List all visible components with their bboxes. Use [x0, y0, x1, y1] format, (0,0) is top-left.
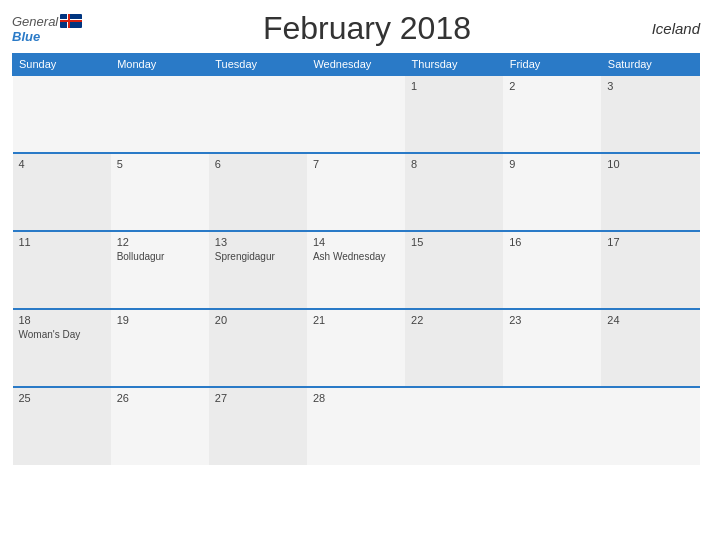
- calendar-cell: 7: [307, 153, 405, 231]
- calendar-week-row: 1112Bolludagur13Sprengidagur14Ash Wednes…: [13, 231, 700, 309]
- calendar-cell: 4: [13, 153, 111, 231]
- logo-flag-icon: [60, 14, 82, 28]
- calendar-cell: 1: [405, 75, 503, 153]
- calendar-table: Sunday Monday Tuesday Wednesday Thursday…: [12, 53, 700, 465]
- day-number: 28: [313, 392, 399, 404]
- calendar-cell: 3: [601, 75, 699, 153]
- calendar-cell: 14Ash Wednesday: [307, 231, 405, 309]
- day-number: 4: [19, 158, 105, 170]
- day-number: 3: [607, 80, 693, 92]
- day-number: 14: [313, 236, 399, 248]
- day-number: 10: [607, 158, 693, 170]
- calendar-cell: 6: [209, 153, 307, 231]
- calendar-cell: 12Bolludagur: [111, 231, 209, 309]
- calendar-header-row: Sunday Monday Tuesday Wednesday Thursday…: [13, 54, 700, 76]
- col-thursday: Thursday: [405, 54, 503, 76]
- day-number: 26: [117, 392, 203, 404]
- calendar-title: February 2018: [82, 10, 651, 47]
- calendar-cell: 20: [209, 309, 307, 387]
- country-label: Iceland: [652, 20, 700, 37]
- day-number: 17: [607, 236, 693, 248]
- day-number: 13: [215, 236, 301, 248]
- calendar-week-row: 45678910: [13, 153, 700, 231]
- day-number: 6: [215, 158, 301, 170]
- day-number: 12: [117, 236, 203, 248]
- calendar-cell: 18Woman's Day: [13, 309, 111, 387]
- calendar-cell: 19: [111, 309, 209, 387]
- day-number: 15: [411, 236, 497, 248]
- col-sunday: Sunday: [13, 54, 111, 76]
- calendar-cell: [405, 387, 503, 465]
- calendar-cell: [209, 75, 307, 153]
- calendar-cell: [601, 387, 699, 465]
- calendar-cell: 13Sprengidagur: [209, 231, 307, 309]
- col-tuesday: Tuesday: [209, 54, 307, 76]
- col-wednesday: Wednesday: [307, 54, 405, 76]
- day-number: 27: [215, 392, 301, 404]
- day-number: 24: [607, 314, 693, 326]
- calendar-cell: 10: [601, 153, 699, 231]
- holiday-label: Ash Wednesday: [313, 250, 399, 263]
- calendar-cell: 11: [13, 231, 111, 309]
- calendar-cell: 5: [111, 153, 209, 231]
- page: General Blue February 2018 Iceland Sunda…: [0, 0, 712, 550]
- calendar-cell: 8: [405, 153, 503, 231]
- calendar-week-row: 123: [13, 75, 700, 153]
- calendar-week-row: 25262728: [13, 387, 700, 465]
- day-number: 22: [411, 314, 497, 326]
- day-number: 11: [19, 236, 105, 248]
- holiday-label: Bolludagur: [117, 250, 203, 263]
- day-number: 9: [509, 158, 595, 170]
- calendar-cell: [307, 75, 405, 153]
- calendar-cell: 17: [601, 231, 699, 309]
- calendar-cell: 22: [405, 309, 503, 387]
- day-number: 2: [509, 80, 595, 92]
- calendar-cell: 15: [405, 231, 503, 309]
- calendar-cell: 25: [13, 387, 111, 465]
- calendar-cell: 26: [111, 387, 209, 465]
- day-number: 21: [313, 314, 399, 326]
- calendar-cell: 24: [601, 309, 699, 387]
- calendar-cell: 9: [503, 153, 601, 231]
- calendar-cell: 2: [503, 75, 601, 153]
- day-number: 25: [19, 392, 105, 404]
- day-number: 23: [509, 314, 595, 326]
- day-number: 19: [117, 314, 203, 326]
- col-friday: Friday: [503, 54, 601, 76]
- holiday-label: Woman's Day: [19, 328, 105, 341]
- day-number: 8: [411, 158, 497, 170]
- logo-general-text: General: [12, 14, 58, 29]
- calendar-week-row: 18Woman's Day192021222324: [13, 309, 700, 387]
- calendar-cell: 23: [503, 309, 601, 387]
- col-monday: Monday: [111, 54, 209, 76]
- calendar-cell: 27: [209, 387, 307, 465]
- calendar-cell: [13, 75, 111, 153]
- day-number: 5: [117, 158, 203, 170]
- calendar-cell: 16: [503, 231, 601, 309]
- calendar-cell: 21: [307, 309, 405, 387]
- day-number: 7: [313, 158, 399, 170]
- header: General Blue February 2018 Iceland: [12, 10, 700, 47]
- logo: General Blue: [12, 14, 82, 44]
- calendar-cell: [503, 387, 601, 465]
- day-number: 1: [411, 80, 497, 92]
- day-number: 16: [509, 236, 595, 248]
- calendar-cell: [111, 75, 209, 153]
- col-saturday: Saturday: [601, 54, 699, 76]
- day-number: 20: [215, 314, 301, 326]
- logo-blue-text: Blue: [12, 29, 40, 44]
- calendar-cell: 28: [307, 387, 405, 465]
- holiday-label: Sprengidagur: [215, 250, 301, 263]
- day-number: 18: [19, 314, 105, 326]
